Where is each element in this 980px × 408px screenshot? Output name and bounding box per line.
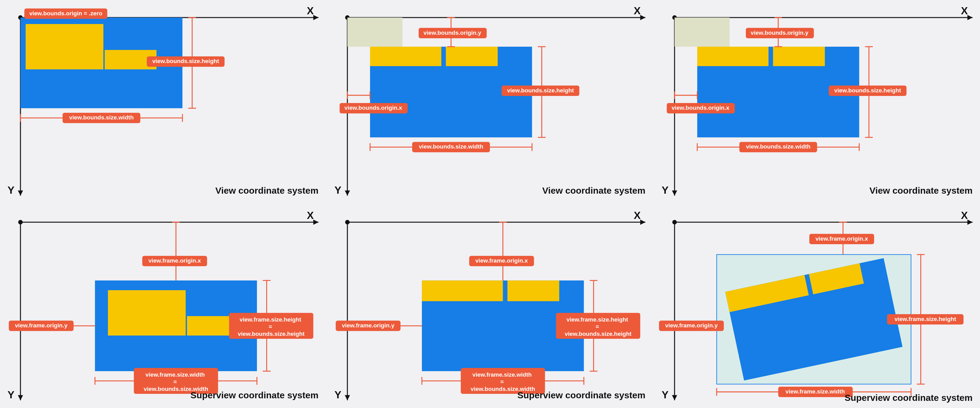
svg-marker-95 (640, 219, 646, 225)
panel-bottom-left: X Y view.frame.origin.x view.frame.origi… (1, 206, 325, 407)
svg-text:view.frame.origin.y: view.frame.origin.y (665, 322, 718, 329)
svg-marker-74 (18, 395, 23, 400)
bounds-width-dim: view.bounds.size.width (370, 142, 532, 152)
svg-text:Y: Y (7, 389, 14, 401)
svg-text:X: X (961, 210, 968, 221)
frame-origin-y: view.frame.origin.y (659, 321, 724, 331)
bounds-origin-tag: view.bounds.origin = .zero (24, 8, 107, 19)
svg-marker-122 (672, 395, 677, 400)
bounds-origin-y: view.bounds.origin.y (746, 17, 814, 47)
svg-text:view.frame.size.width: view.frame.size.width (785, 388, 845, 394)
frame-origin-x: view.frame.origin.x (469, 222, 534, 280)
svg-text:view.bounds.size.width: view.bounds.size.width (746, 143, 811, 150)
ghost-rect (347, 17, 402, 47)
svg-marker-47 (672, 191, 677, 196)
svg-point-123 (672, 220, 677, 224)
x-axis-label: X (307, 5, 313, 17)
svg-text:view.frame.origin.x: view.frame.origin.x (815, 235, 868, 241)
panel-caption: Superview coordinate system (190, 390, 318, 400)
frame-origin-y: view.frame.origin.y (9, 321, 95, 331)
svg-text:view.frame.origin.y: view.frame.origin.y (342, 322, 395, 329)
svg-point-75 (18, 220, 23, 224)
ghost-rect (675, 17, 730, 47)
svg-marker-120 (967, 219, 972, 225)
svg-point-98 (345, 220, 350, 224)
svg-text:view.bounds.size.height: view.bounds.size.height (152, 58, 219, 64)
svg-text:view.bounds.origin.y: view.bounds.origin.y (424, 29, 481, 36)
svg-text:X: X (634, 5, 641, 17)
svg-text:view.frame.origin.x: view.frame.origin.x (148, 257, 201, 264)
panel-caption: Superview coordinate system (517, 390, 646, 400)
frame-origin-y: view.frame.origin.y (336, 321, 422, 331)
svg-marker-18 (640, 15, 646, 20)
frame-origin-x: view.frame.origin.x (142, 222, 207, 280)
svg-marker-97 (345, 395, 350, 400)
svg-marker-45 (967, 15, 972, 20)
svg-text:view.bounds.origin = .zero: view.bounds.origin = .zero (29, 10, 102, 17)
bounds-width-dim: view.bounds.size.width (21, 113, 183, 123)
subview-1 (422, 280, 503, 301)
subview-1 (370, 47, 441, 66)
svg-text:view.frame.origin.x: view.frame.origin.x (476, 257, 528, 264)
bounds-width-dim: view.bounds.size.width (697, 142, 859, 152)
svg-text:view.bounds.size.height: view.bounds.size.height (834, 87, 901, 94)
subview-2 (773, 47, 825, 66)
panel-top-mid: X Y view.bounds.origin.y (328, 1, 652, 203)
svg-text:view.bounds.origin.x: view.bounds.origin.x (345, 104, 402, 111)
panel-bottom-mid: X Y view.frame.origin.x view.frame.origi… (328, 206, 652, 407)
svg-text:view.bounds.size.width: view.bounds.size.width (419, 143, 484, 150)
svg-text:Y: Y (334, 184, 342, 196)
subview-1 (25, 24, 103, 70)
svg-text:X: X (307, 210, 313, 221)
svg-marker-20 (345, 191, 350, 196)
subview-1 (108, 290, 186, 335)
y-axis-label: Y (7, 184, 14, 196)
svg-text:Y: Y (334, 389, 342, 401)
subview-2 (508, 280, 559, 301)
svg-text:X: X (961, 5, 968, 17)
subview-1 (697, 47, 768, 66)
svg-marker-72 (313, 219, 318, 225)
svg-marker-1 (313, 15, 318, 20)
svg-text:X: X (634, 210, 641, 221)
bounds-origin-y: view.bounds.origin.y (419, 17, 487, 47)
svg-text:view.frame.size.height: view.frame.size.height (894, 315, 956, 322)
panel-top-left: X Y view.bounds.origin = .zero view.boun… (1, 1, 325, 203)
svg-text:view.frame.origin.y: view.frame.origin.y (15, 322, 67, 329)
frame-origin-x: view.frame.origin.x (809, 222, 874, 254)
diagram-grid: X Y view.bounds.origin = .zero view.boun… (0, 0, 980, 408)
panel-caption: Superview coordinate system (845, 393, 973, 403)
svg-text:view.bounds.origin.y: view.bounds.origin.y (751, 29, 808, 36)
svg-text:Y: Y (662, 184, 668, 196)
svg-text:view.bounds.size.height: view.bounds.size.height (507, 87, 574, 94)
svg-text:Y: Y (662, 389, 668, 401)
panel-bottom-right: X Y view.frame.origin.x (655, 206, 979, 407)
panel-caption: View coordinate system (869, 186, 972, 196)
subview-2 (446, 47, 498, 66)
panel-caption: View coordinate system (215, 186, 318, 196)
svg-text:view.bounds.origin.x: view.bounds.origin.x (671, 104, 729, 111)
svg-marker-3 (18, 191, 23, 196)
panel-caption: View coordinate system (542, 186, 646, 196)
panel-top-right: X Y view.bounds.origin.y view.bounds.ori… (655, 1, 979, 203)
svg-text:view.bounds.size.width: view.bounds.size.width (69, 114, 134, 121)
